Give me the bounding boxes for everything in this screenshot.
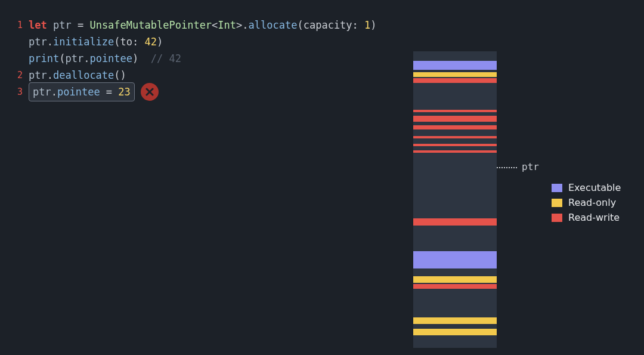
memory-stripe-rw bbox=[413, 136, 497, 138]
space bbox=[47, 17, 53, 33]
type-ump: UnsafeMutablePointer bbox=[89, 17, 212, 33]
keyword-let: let bbox=[29, 17, 47, 33]
code-line-3: . print ( ptr . pointee ) // 42 bbox=[11, 50, 377, 67]
legend: Executable Read-only Read-write bbox=[552, 180, 621, 225]
memory-stripe-ro bbox=[413, 72, 497, 77]
memory-column bbox=[413, 51, 497, 348]
fn-print: print bbox=[29, 50, 59, 67]
memory-stripe-rw bbox=[413, 218, 497, 226]
memory-stripe-exec bbox=[413, 251, 497, 268]
fn-deallocate: deallocate bbox=[53, 67, 114, 84]
paren-close: ) bbox=[157, 33, 163, 50]
code-block: 1 let ptr = UnsafeMutablePointer < Int >… bbox=[11, 17, 377, 100]
error-highlight: ptr . pointee = 23 bbox=[29, 82, 135, 101]
memory-stripe-rw bbox=[413, 125, 497, 129]
ident-ptr: ptr bbox=[29, 67, 47, 84]
dot: . bbox=[51, 84, 57, 100]
prop-pointee: pointee bbox=[89, 50, 132, 67]
memory-stripe-rw bbox=[413, 150, 497, 153]
literal-42: 42 bbox=[145, 33, 157, 50]
fn-allocate: allocate bbox=[249, 17, 298, 33]
code-line-2: . ptr . initialize ( to : 42 ) bbox=[11, 33, 377, 50]
paren-open: ( bbox=[114, 33, 120, 50]
swatch-readwrite bbox=[552, 214, 562, 222]
angle-open: < bbox=[212, 17, 218, 33]
ident-ptr: ptr bbox=[33, 84, 51, 100]
comment: // 42 bbox=[151, 50, 181, 67]
line-number: . bbox=[11, 50, 23, 67]
line-number: . bbox=[11, 33, 23, 50]
param-capacity: capacity bbox=[304, 17, 352, 33]
line-number: 2 bbox=[11, 67, 23, 84]
paren-close: ) bbox=[370, 17, 376, 33]
code-line-4: 2 ptr . deallocate () bbox=[11, 67, 377, 84]
parens: () bbox=[114, 67, 126, 84]
paren-close: ) bbox=[132, 50, 138, 67]
dot: . bbox=[83, 50, 89, 67]
memory-stripe-rw bbox=[413, 110, 497, 112]
literal-23: 23 bbox=[118, 84, 130, 100]
ident-ptr: ptr bbox=[53, 17, 72, 33]
ident-ptr: ptr bbox=[29, 33, 47, 50]
legend-label: Read-only bbox=[568, 197, 616, 208]
code-line-1: 1 let ptr = UnsafeMutablePointer < Int >… bbox=[11, 17, 377, 33]
line-number: 3 bbox=[11, 84, 23, 100]
memory-stripe-ro bbox=[413, 317, 497, 324]
memory-stripe-ro bbox=[413, 276, 497, 283]
legend-label: Read-write bbox=[568, 212, 620, 223]
paren-open: ( bbox=[297, 17, 303, 33]
literal-1: 1 bbox=[364, 17, 370, 33]
colon: : bbox=[132, 33, 144, 50]
space bbox=[138, 50, 150, 67]
ptr-pointer-line bbox=[497, 167, 517, 168]
ident-ptr: ptr bbox=[65, 50, 83, 67]
line-number: 1 bbox=[11, 17, 23, 33]
memory-stripe-rw bbox=[413, 78, 497, 83]
legend-row-readonly: Read-only bbox=[552, 195, 621, 210]
param-to: to bbox=[120, 33, 132, 50]
prop-pointee: pointee bbox=[57, 84, 100, 100]
legend-row-executable: Executable bbox=[552, 180, 621, 195]
angle-close-dot: >. bbox=[236, 17, 248, 33]
memory-stripe-rw bbox=[413, 284, 497, 289]
legend-row-readwrite: Read-write bbox=[552, 210, 621, 225]
code-line-5: 3 ptr . pointee = 23 bbox=[11, 84, 377, 100]
memory-stripe-rw bbox=[413, 144, 497, 146]
ptr-pointer-label: ptr bbox=[522, 161, 539, 172]
fn-initialize: initialize bbox=[53, 33, 114, 50]
dot: . bbox=[47, 67, 53, 84]
colon: : bbox=[352, 17, 364, 33]
swatch-readonly bbox=[552, 199, 562, 207]
type-int: Int bbox=[218, 17, 236, 33]
equals: = bbox=[100, 84, 119, 100]
memory-stripe-rw bbox=[413, 116, 497, 122]
swatch-executable bbox=[552, 184, 562, 192]
legend-label: Executable bbox=[568, 182, 621, 193]
equals: = bbox=[72, 17, 90, 33]
memory-stripe-ro bbox=[413, 329, 497, 335]
paren-open: ( bbox=[59, 50, 65, 67]
dot: . bbox=[47, 33, 53, 50]
error-icon bbox=[141, 83, 159, 101]
memory-stripe-exec bbox=[413, 61, 497, 70]
